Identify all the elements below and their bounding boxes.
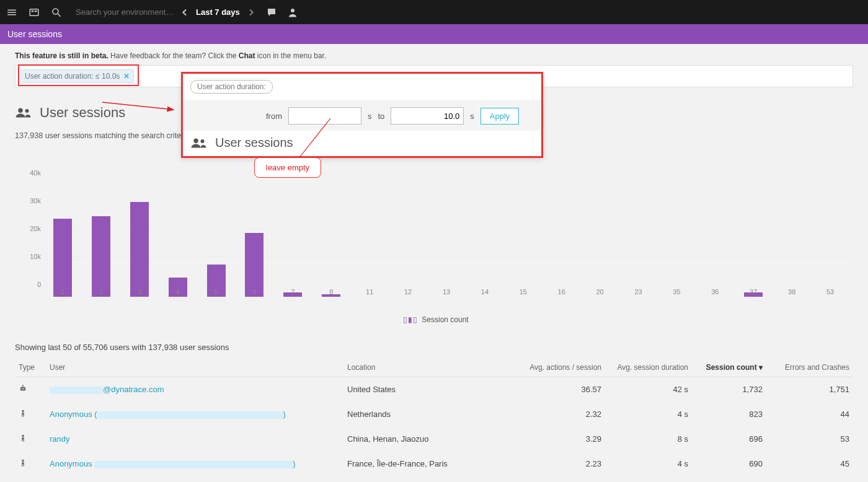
col-location[interactable]: Location	[343, 358, 518, 377]
chart-xtick: 13	[437, 288, 456, 296]
col-avg-actions[interactable]: Avg. actions / session	[518, 358, 605, 377]
chart-xtick: 37	[744, 288, 763, 296]
search-icon[interactable]	[51, 7, 62, 18]
filter-editor-popup: User action duration: from s to s Apply …	[181, 72, 543, 158]
user-icon[interactable]	[287, 7, 298, 18]
col-type[interactable]: Type	[15, 358, 46, 377]
annotation-leave-empty: leave empty	[254, 157, 321, 178]
cell-errors: 45	[766, 452, 853, 476]
timeframe-selector[interactable]: Last 7 days	[180, 7, 256, 17]
hamburger-icon[interactable]	[6, 7, 17, 18]
filter-editor-chip[interactable]: User action duration:	[190, 80, 273, 94]
chart-xtick: 8	[322, 288, 340, 296]
range-to-input[interactable]	[391, 107, 464, 125]
table-row[interactable]: Anonymous ()Netherlands2.324 s82344	[15, 402, 853, 427]
cell-avg_actions: 2.23	[518, 452, 605, 476]
chart-bar[interactable]	[53, 219, 72, 297]
chart-xtick: 3	[130, 288, 149, 296]
chart-xtick: 6	[245, 288, 264, 296]
user-link[interactable]: randy	[50, 434, 70, 444]
filter-chip-duration[interactable]: User action duration: ≤ 10.0s ✕	[20, 69, 134, 83]
chart-bar[interactable]	[130, 202, 149, 297]
svg-point-3	[53, 9, 58, 14]
chat-icon[interactable]	[266, 7, 277, 18]
cell-errors: 44	[766, 402, 853, 427]
chart-xtick: 14	[476, 288, 494, 296]
col-avg-duration[interactable]: Avg. session duration	[605, 358, 692, 377]
svg-rect-0	[30, 9, 38, 15]
svg-rect-2	[35, 11, 37, 12]
svg-point-5	[291, 9, 294, 12]
chevron-right-icon[interactable]	[246, 7, 256, 17]
table-row[interactable]: randyChina, Henan, Jiaozuo3.298 s69653	[15, 427, 853, 452]
user-link[interactable]: Anonymous ()	[50, 410, 286, 419]
table-row[interactable]: @dynatrace.comUnited States36.5742 s1,73…	[15, 377, 853, 402]
cell-avg_duration: 44 s	[605, 476, 692, 483]
svg-point-6	[18, 108, 23, 113]
filter-chip-label: User action duration: ≤ 10.0s	[25, 72, 120, 81]
cell-location: France, Île-de-France, Paris	[343, 452, 518, 476]
col-session-count[interactable]: Session count ▾	[692, 358, 766, 377]
dashboard-icon[interactable]	[29, 7, 40, 18]
chart-legend-icon: ▯▮▯	[403, 315, 418, 324]
page-title: User sessions	[7, 29, 62, 39]
beta-bold: This feature is still in beta.	[15, 51, 108, 60]
cell-location: Netherlands	[343, 402, 518, 427]
people-icon	[15, 106, 33, 120]
cell-avg_duration: 42 s	[605, 377, 692, 402]
col-errors[interactable]: Errors and Crashes	[766, 358, 853, 377]
svg-point-10	[23, 388, 24, 390]
cell-avg_duration: 8 s	[605, 427, 692, 452]
apply-button[interactable]: Apply	[480, 108, 520, 125]
chart-xtick: 35	[667, 288, 686, 296]
robot-icon	[15, 377, 46, 402]
cell-avg_duration: 4 s	[605, 452, 692, 476]
table-row[interactable]: About easyTravelUnited States7.2644 s681…	[15, 476, 853, 483]
timeframe-label: Last 7 days	[196, 7, 240, 17]
range-from-label: from	[266, 112, 282, 121]
cell-sessions: 681	[692, 476, 766, 483]
chart-bar[interactable]	[92, 216, 110, 297]
range-from-input[interactable]	[288, 107, 361, 125]
chart-xtick: 53	[821, 288, 839, 296]
chart-xtick: 23	[629, 288, 648, 296]
chart-xtick: 5	[207, 288, 226, 296]
svg-point-7	[25, 109, 29, 113]
chart-xtick: 36	[706, 288, 724, 296]
user-link[interactable]: Anonymous )	[50, 459, 296, 468]
user-link[interactable]: @dynatrace.com	[50, 385, 164, 394]
chart-xtick: 20	[591, 288, 609, 296]
chart-xtick: 38	[782, 288, 801, 296]
cell-sessions: 696	[692, 427, 766, 452]
cell-avg_actions: 2.32	[518, 402, 605, 427]
chart-xtick: 12	[399, 288, 417, 296]
cell-errors: 53	[766, 427, 853, 452]
cell-location: China, Henan, Jiaozuo	[343, 427, 518, 452]
cell-location: United States	[343, 476, 518, 483]
chart-xtick: 2	[92, 288, 110, 296]
person-icon	[15, 427, 46, 452]
chart-xtick: 16	[552, 288, 571, 296]
chart-xtick: 11	[360, 288, 379, 296]
filter-chip-remove-icon[interactable]: ✕	[123, 72, 130, 81]
svg-point-13	[22, 410, 24, 413]
cell-avg_actions: 7.26	[518, 476, 605, 483]
chart-legend: ▯▮▯Session count	[19, 315, 853, 324]
chevron-left-icon[interactable]	[180, 7, 190, 17]
person-icon	[15, 402, 46, 427]
svg-rect-1	[32, 11, 34, 12]
cell-location: United States	[343, 377, 518, 402]
cell-errors: 1,751	[766, 377, 853, 402]
cell-avg_actions: 36.57	[518, 377, 605, 402]
svg-point-23	[201, 139, 205, 143]
beta-notice: This feature is still in beta. Have feed…	[15, 51, 853, 60]
people-icon	[190, 136, 209, 150]
col-user[interactable]: User	[46, 358, 343, 377]
page-title-bar: User sessions	[0, 24, 868, 44]
chart-bar[interactable]	[245, 233, 264, 297]
users-table: Type User Location Avg. actions / sessio…	[15, 358, 853, 482]
table-row[interactable]: Anonymous )France, Île-de-France, Paris2…	[15, 452, 853, 476]
cell-avg_actions: 3.29	[518, 427, 605, 452]
global-search-input[interactable]	[76, 7, 180, 17]
robot-icon	[15, 476, 46, 483]
